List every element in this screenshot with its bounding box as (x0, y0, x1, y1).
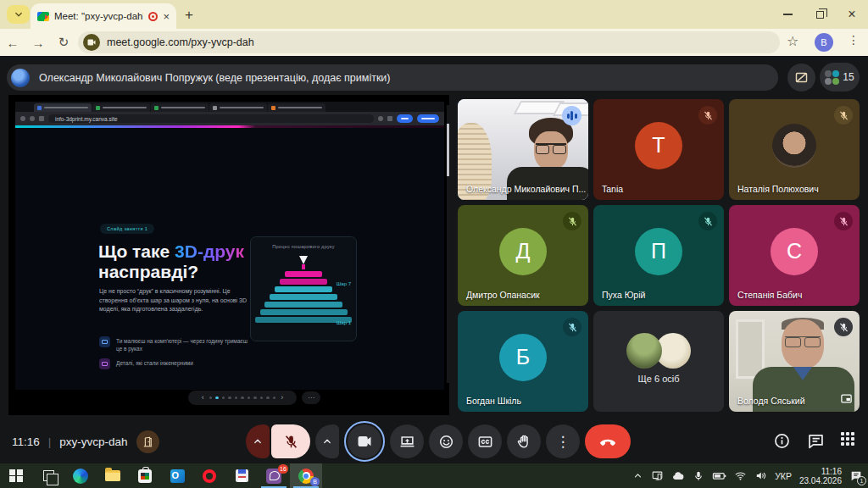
wifi-icon[interactable] (734, 469, 747, 482)
participant-tile[interactable]: С Степанія Бабич (729, 205, 860, 306)
activities-button[interactable] (841, 432, 854, 450)
close-button[interactable]: × (836, 0, 868, 29)
participant-grid: Олександр Миколайович П... T Tania Натал… (458, 99, 860, 412)
slide-pagination[interactable]: ‹ › (188, 391, 297, 405)
reload-button[interactable]: ↻ (51, 35, 76, 50)
tray-expand-icon[interactable] (632, 470, 643, 481)
participant-tile[interactable]: Володя Сяський (729, 311, 860, 412)
participant-tile[interactable]: Наталія Полюхович (729, 99, 860, 200)
avatar: П (635, 228, 682, 275)
chrome-icon[interactable]: B (290, 463, 322, 488)
layer-bottom-label: Шар 1 (337, 320, 351, 325)
participant-tile[interactable]: Б Богдан Шкіль (458, 311, 588, 412)
pagination-dot[interactable] (266, 396, 270, 400)
pagination-dot[interactable] (241, 396, 244, 400)
chat-button[interactable] (807, 432, 825, 450)
participants-mini-avatars (825, 70, 839, 85)
browser-profile-avatar[interactable]: B (815, 33, 833, 52)
tab-title: Meet: "pxy-yvcp-dah" (54, 11, 143, 21)
pagination-dot[interactable] (253, 396, 257, 400)
raise-hand-button[interactable] (507, 424, 541, 458)
participant-name: Tania (602, 184, 623, 194)
shared-browser-tabs (15, 102, 444, 112)
minimize-button[interactable] (771, 0, 804, 29)
taskbar-clock[interactable]: 11:16 23.04.2026 (799, 467, 842, 485)
shared-screen[interactable]: info-3dprint.my.canva.site Слайд заняття… (8, 95, 449, 415)
participants-count-button[interactable]: 15 (820, 63, 860, 92)
browser-menu-icon[interactable]: ⋮ (848, 33, 860, 47)
next-slide-icon[interactable]: › (279, 394, 285, 402)
tab-close-icon[interactable]: × (163, 11, 170, 22)
shared-browser-scrollbar[interactable] (447, 105, 449, 383)
participants-count: 15 (843, 71, 854, 83)
browser-tab[interactable]: Meet: "pxy-yvcp-dah" × (31, 3, 176, 29)
notification-center-icon[interactable]: 1 (849, 469, 863, 483)
meeting-room-door-icon[interactable] (136, 430, 159, 453)
layer-pyramid (251, 271, 356, 323)
shared-browser-tab (151, 103, 209, 112)
language-indicator[interactable]: УКР (775, 471, 792, 481)
avatar: T (635, 122, 682, 169)
opera-icon[interactable] (193, 463, 225, 488)
participant-tile-others[interactable]: Ще 6 осіб (593, 311, 724, 412)
participant-name: Степанія Бабич (737, 290, 802, 300)
forward-button[interactable]: → (25, 36, 51, 50)
layer-diagram-card: Процес пошарового друку Шар 7 Шар 1 (250, 236, 357, 341)
captions-button[interactable] (468, 424, 502, 458)
start-button[interactable] (0, 463, 32, 488)
restore-button[interactable] (804, 0, 836, 29)
shared-browser-use-template-button (417, 114, 439, 123)
mic-toggle-button-muted[interactable] (271, 424, 310, 458)
url-text: meet.google.com/pxy-yvcp-dah (107, 36, 254, 48)
back-button[interactable]: ← (0, 36, 25, 50)
reactions-button[interactable] (429, 424, 463, 458)
remove-pin-button[interactable] (787, 64, 815, 92)
pagination-dot[interactable] (209, 396, 213, 400)
address-bar[interactable]: meet.google.com/pxy-yvcp-dah (78, 31, 780, 53)
pagination-dot[interactable] (248, 396, 251, 400)
participant-tile[interactable]: П Пуха Юрій (593, 205, 724, 306)
pagination-dot[interactable] (222, 396, 225, 400)
presenter-banner: Олександр Миколайович Попружук (веде пре… (7, 64, 778, 91)
slide-title: Що таке 3D-друк насправді? (98, 241, 244, 281)
microsoft-store-icon[interactable] (129, 463, 161, 488)
devices-icon[interactable] (651, 469, 664, 482)
call-controls: ⋮ (246, 424, 631, 458)
pagination-dot[interactable] (235, 396, 238, 400)
shared-screen-browser: info-3dprint.my.canva.site Слайд заняття… (15, 102, 444, 390)
participant-tile-presenter[interactable]: Олександр Миколайович П... (458, 99, 588, 200)
floppy-app-icon[interactable] (225, 463, 258, 488)
participant-name: Дмитро Опанасик (466, 290, 540, 300)
present-screen-button[interactable] (390, 424, 424, 458)
file-explorer-icon[interactable] (97, 463, 129, 488)
windows-taskbar: 16 B УКР 11:16 23.04.2026 1 (0, 463, 868, 488)
camera-options-chevron[interactable] (315, 424, 339, 458)
meet-panel-buttons (773, 432, 854, 450)
edge-icon[interactable] (64, 463, 97, 488)
battery-icon[interactable] (712, 469, 726, 483)
mic-options-chevron[interactable] (246, 424, 270, 458)
bookmark-star-icon[interactable]: ☆ (787, 33, 798, 49)
tab-search-button[interactable] (7, 5, 30, 24)
new-tab-button[interactable]: + (185, 7, 193, 24)
prev-slide-icon[interactable]: ‹ (200, 394, 206, 402)
participant-tile[interactable]: T Tania (593, 99, 724, 200)
mic-off-icon (834, 212, 853, 230)
pagination-dot[interactable] (273, 396, 276, 400)
meeting-details-button[interactable] (773, 432, 791, 450)
spark-icon (99, 358, 110, 369)
pagination-dot[interactable] (215, 396, 219, 400)
pagination-dot[interactable] (228, 396, 231, 400)
viber-icon[interactable]: 16 (258, 463, 290, 488)
volume-icon[interactable] (754, 469, 767, 482)
outlook-icon[interactable] (161, 463, 193, 488)
meet-control-bar: 11:16 | pxy-yvcp-dah (0, 419, 868, 463)
camera-toggle-button[interactable] (348, 424, 381, 458)
microphone-in-use-icon[interactable] (693, 470, 704, 482)
pagination-dot[interactable] (260, 396, 264, 400)
task-view-button[interactable] (32, 463, 64, 488)
more-options-button[interactable]: ⋮ (546, 424, 580, 458)
onedrive-cloud-icon[interactable] (671, 469, 685, 483)
participant-tile[interactable]: Д Дмитро Опанасик (458, 205, 588, 306)
leave-call-button[interactable] (585, 424, 631, 458)
